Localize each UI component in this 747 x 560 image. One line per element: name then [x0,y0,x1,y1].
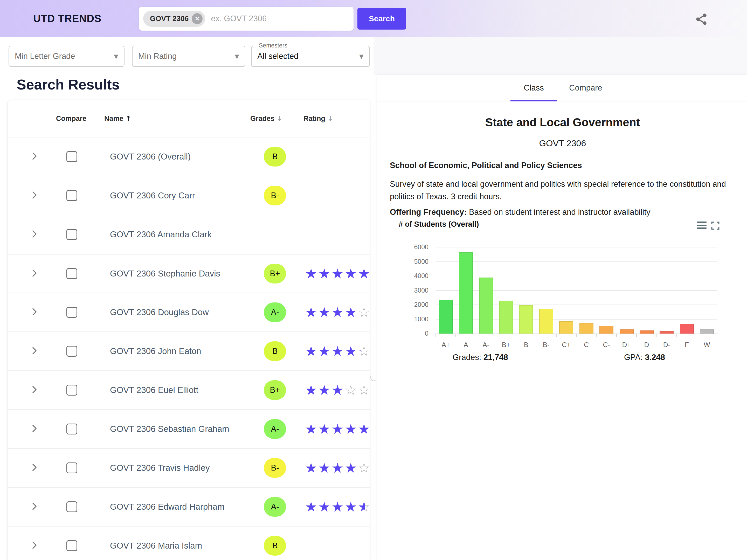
result-name[interactable]: GOVT 2306 Cory Carr [110,190,195,201]
tab-class[interactable]: Class [511,75,557,101]
total-grades-stat: Grades: 21,748 [453,353,508,362]
sort-descending-icon: ↓ [277,114,282,122]
expand-chevron-icon[interactable] [29,307,40,318]
expand-chevron-icon[interactable] [29,346,40,357]
column-header-grades[interactable]: Grades↓ [250,114,282,123]
table-row: GOVT 2306 Douglas DowA-☆★☆★☆★☆★☆★ [8,292,369,331]
tab-compare[interactable]: Compare [562,75,609,101]
compare-checkbox[interactable] [67,268,77,279]
star-icon: ☆★ [305,344,318,359]
compare-checkbox[interactable] [67,346,77,357]
app-header: UTD TRENDS GOVT 2306 × ex. GOVT 2306 Sea… [0,0,747,37]
table-row: GOVT 2306 Edward HarphamA-☆★☆★☆★☆★☆★ [8,487,369,526]
sort-descending-icon: ↓ [327,114,333,122]
table-row: GOVT 2306 Euel ElliottB+☆★☆★☆★☆★☆★ [8,371,369,409]
table-row: GOVT 2306 Cory CarrB- [8,176,369,215]
star-icon: ☆★ [345,499,358,514]
star-icon: ☆★ [358,266,369,281]
result-name[interactable]: GOVT 2306 Amanda Clark [110,230,212,239]
search-chip-label: GOVT 2306 [150,15,188,23]
expand-chevron-icon[interactable] [29,151,40,162]
result-name[interactable]: GOVT 2306 John Eaton [110,346,201,356]
star-icon: ☆★ [358,383,369,398]
table-row: GOVT 2306 (Overall)B [8,137,369,176]
result-name[interactable]: GOVT 2306 Stephanie Davis [110,269,220,279]
star-icon: ☆★ [358,499,369,514]
star-icon: ☆★ [345,344,358,359]
star-icon: ☆★ [358,422,369,436]
expand-chevron-icon[interactable] [29,462,40,474]
grade-badge: A- [264,419,286,439]
result-name[interactable]: GOVT 2306 Edward Harpham [110,502,224,512]
search-placeholder: ex. GOVT 2306 [211,14,267,23]
course-code: GOVT 2306 [390,138,735,148]
star-icon: ☆★ [305,460,318,476]
expand-chevron-icon[interactable] [29,384,40,396]
column-header-name[interactable]: Name↑ [104,114,131,123]
search-button[interactable]: Search [357,8,406,30]
compare-checkbox[interactable] [67,307,77,318]
result-name[interactable]: GOVT 2306 Douglas Dow [110,307,209,317]
compare-checkbox[interactable] [67,190,77,201]
result-name[interactable]: GOVT 2306 Sebastian Graham [110,424,229,434]
chevron-down-icon: ▼ [359,53,364,60]
chevron-down-icon: ▼ [114,53,118,60]
star-icon: ☆★ [345,383,358,398]
star-rating: ☆★☆★☆★☆★☆★ [305,266,369,281]
star-icon: ☆★ [318,383,332,398]
grade-badge: A- [264,302,286,322]
results-table: Compare Name↑ Grades↓ Rating↓ GOVT 2306 … [8,100,369,560]
semesters-select[interactable]: Semesters All selected ▼ [251,46,370,67]
utd-trends-app: UTD TRENDS GOVT 2306 × ex. GOVT 2306 Sea… [0,0,747,560]
panel-top-background [374,37,747,75]
table-row: GOVT 2306 Amanda Clark [8,215,369,254]
result-name[interactable]: GOVT 2306 Euel Elliott [110,385,199,395]
chip-remove-icon[interactable]: × [192,13,203,24]
star-icon: ☆★ [332,422,345,436]
min-rating-select[interactable]: Min Rating ▼ [132,46,246,67]
star-icon: ☆★ [345,305,358,320]
star-rating: ☆★☆★☆★☆★☆★ [305,460,369,476]
class-title: State and Local Government [390,116,735,129]
compare-checkbox[interactable] [67,501,77,512]
star-icon: ☆★ [318,305,332,320]
star-icon: ☆★ [345,422,358,436]
star-icon: ☆★ [305,266,318,281]
result-name[interactable]: GOVT 2306 Maria Islam [110,541,202,551]
result-name[interactable]: GOVT 2306 (Overall) [110,152,191,161]
search-chip[interactable]: GOVT 2306 × [143,10,205,27]
compare-checkbox[interactable] [67,462,77,474]
star-icon: ☆★ [332,499,345,514]
expand-chevron-icon[interactable] [29,423,40,435]
course-search-input[interactable]: GOVT 2306 × ex. GOVT 2306 [139,7,354,31]
expand-chevron-icon[interactable] [29,268,40,279]
compare-checkbox[interactable] [67,151,77,162]
fullscreen-icon[interactable] [711,221,720,231]
compare-checkbox[interactable] [67,385,77,396]
expand-chevron-icon[interactable] [29,540,40,552]
grade-badge: A- [264,497,286,517]
expand-chevron-icon[interactable] [29,501,40,512]
star-icon: ☆★ [318,460,332,476]
min-letter-grade-value: Min Letter Grade [15,52,75,61]
chart-menu-icon[interactable] [697,221,706,229]
expand-chevron-icon[interactable] [29,229,40,240]
star-icon: ☆★ [358,305,369,320]
min-rating-value: Min Rating [138,52,177,61]
min-letter-grade-select[interactable]: Min Letter Grade ▼ [8,46,125,67]
grade-badge: B [264,341,286,361]
star-icon: ☆★ [345,266,358,281]
share-icon[interactable] [695,12,709,27]
star-rating: ☆★☆★☆★☆★☆★ [305,422,369,436]
compare-checkbox[interactable] [67,424,77,434]
page-title: Search Results [17,76,120,93]
column-header-rating[interactable]: Rating↓ [304,114,333,123]
result-name[interactable]: GOVT 2306 Travis Hadley [110,463,210,473]
table-row: GOVT 2306 Maria IslamB [8,526,369,560]
compare-checkbox[interactable] [67,229,77,240]
grade-badge: B [264,147,286,167]
compare-checkbox[interactable] [67,540,77,551]
table-header-row: Compare Name↑ Grades↓ Rating↓ [8,100,369,137]
panel-divider-handle[interactable] [370,376,376,381]
expand-chevron-icon[interactable] [29,190,40,201]
